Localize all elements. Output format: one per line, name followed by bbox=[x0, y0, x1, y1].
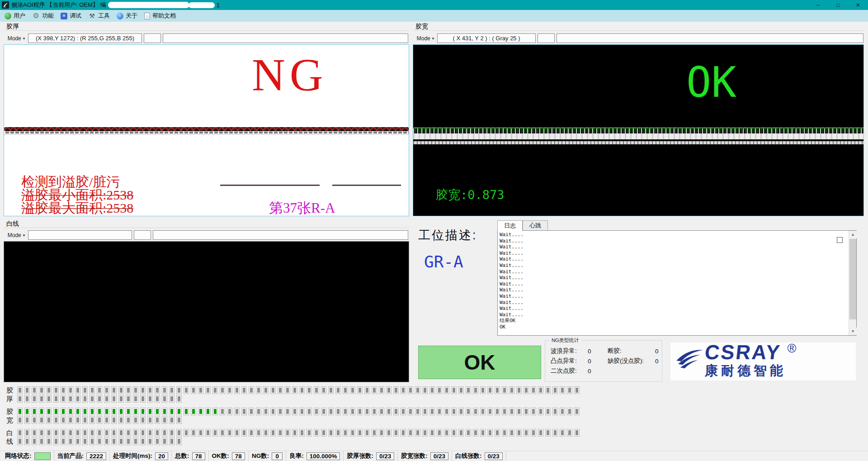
frame-indicator-cell bbox=[429, 386, 435, 394]
scroll-up-icon[interactable]: ▲ bbox=[849, 231, 857, 238]
aux-field-1[interactable] bbox=[144, 33, 161, 43]
image-view-glue-width[interactable]: OK 胶宽:0.873 bbox=[413, 44, 864, 216]
frame-indicator-cell bbox=[68, 395, 73, 403]
separator bbox=[4, 30, 409, 31]
frame-indicator-cell bbox=[429, 429, 435, 437]
close-button[interactable]: ✕ bbox=[848, 0, 868, 10]
frame-indicator-cell bbox=[372, 408, 377, 415]
minimize-button[interactable]: ─ bbox=[808, 0, 828, 10]
frame-indicator-cell bbox=[451, 386, 457, 394]
frame-indicator-cell bbox=[147, 408, 153, 415]
menu-item-func[interactable]: ⚙功能 bbox=[29, 11, 58, 21]
ng-stat-row: 凸点异常:0 bbox=[551, 356, 591, 366]
menu-item-help[interactable]: 帮助文档 bbox=[142, 11, 180, 21]
frame-indicator-cell bbox=[118, 429, 124, 437]
frame-indicator-area: 胶厚胶宽白线 bbox=[0, 386, 868, 450]
frame-indicator-cell bbox=[516, 386, 522, 394]
aux-field-2[interactable] bbox=[163, 33, 408, 43]
pixel-coords-glue-thickness[interactable]: (X 398,Y 1272) : (R 255,G 255,B 255) bbox=[28, 33, 142, 43]
mode-dropdown-white-line[interactable]: Mode▾ bbox=[6, 230, 27, 240]
wrench-icon: ⚒ bbox=[88, 12, 96, 19]
menu-item-label: 用户 bbox=[14, 12, 25, 20]
frame-indicator-cell bbox=[39, 386, 44, 394]
frame-indicator-cell bbox=[126, 429, 131, 437]
scroll-down-icon[interactable]: ▼ bbox=[849, 328, 857, 335]
frame-indicator-cell bbox=[458, 386, 464, 394]
menu-item-tools[interactable]: ⚒工具 bbox=[85, 11, 114, 21]
image-view-white-line[interactable] bbox=[4, 241, 409, 382]
frame-indicator-cell bbox=[140, 395, 146, 403]
ng-stat-value: 0 bbox=[655, 358, 659, 365]
frame-indicator-cell bbox=[386, 408, 392, 415]
log-output[interactable]: Wait.... Wait.... Wait.... Wait.... Wait… bbox=[497, 230, 857, 336]
defect-annotation-line3: 溢胶最大面积:2538 bbox=[21, 201, 133, 214]
frame-indicator-cell bbox=[524, 386, 529, 394]
frame-indicator-cell bbox=[437, 408, 442, 415]
frame-indicator-cell bbox=[176, 386, 182, 394]
status-item-label: 良率: bbox=[289, 452, 304, 460]
frame-indicator-cell bbox=[111, 416, 117, 424]
frame-indicator-cell bbox=[401, 386, 406, 394]
ng-stat-label: 断胶: bbox=[608, 347, 655, 355]
scrollbar-thumb[interactable] bbox=[849, 239, 856, 319]
log-checkbox[interactable] bbox=[837, 237, 843, 243]
menu-item-about[interactable]: 关于 bbox=[114, 11, 142, 21]
maximize-button[interactable]: □ bbox=[828, 0, 848, 10]
mode-dropdown-glue-width[interactable]: Mode▾ bbox=[415, 33, 436, 43]
mode-dropdown-glue-thickness[interactable]: Mode▾ bbox=[6, 33, 27, 43]
frame-indicator-cell bbox=[140, 429, 146, 437]
frame-indicator-cell bbox=[357, 408, 363, 415]
frame-indicator-cell bbox=[328, 386, 334, 394]
frame-indicator-cell bbox=[299, 429, 305, 437]
frame-indicator-cell bbox=[278, 386, 283, 394]
frame-indicator-cell bbox=[241, 408, 247, 415]
frame-indicator-cell bbox=[53, 395, 59, 403]
user-icon bbox=[5, 13, 11, 19]
station-description-value: GR-A bbox=[424, 252, 463, 271]
aux-field-5[interactable] bbox=[134, 230, 151, 240]
menu-item-user[interactable]: 用户 bbox=[2, 11, 29, 21]
tab-log[interactable]: 日志 bbox=[497, 220, 523, 231]
indicator-row-short bbox=[17, 437, 581, 445]
frame-indicator-cell bbox=[191, 408, 196, 415]
glue-width-scan-band bbox=[413, 126, 863, 146]
frame-indicator-cell bbox=[162, 395, 167, 403]
menu-item-label: 帮助文档 bbox=[152, 12, 176, 20]
ng-stat-row: 二次点胶:0 bbox=[551, 366, 591, 376]
frame-indicator-cell bbox=[278, 408, 283, 415]
frame-indicator-cell bbox=[234, 386, 240, 394]
frame-indicator-cell bbox=[307, 408, 312, 415]
pixel-coords-glue-width[interactable]: ( X 431, Y 2 ) : ( Gray 25 ) bbox=[437, 33, 536, 43]
aux-field-3[interactable] bbox=[538, 33, 555, 43]
frame-indicator-cell bbox=[46, 386, 52, 394]
image-view-glue-thickness[interactable]: NG 检测到溢胶/脏污 溢胶最小面积:2538 溢胶最大面积:2538 第37张… bbox=[4, 44, 409, 216]
pixel-coords-white-line[interactable] bbox=[28, 230, 132, 240]
frame-indicator-cell bbox=[285, 429, 290, 437]
frame-indicator-cell bbox=[270, 386, 276, 394]
frame-indicator-cell bbox=[198, 408, 203, 415]
frame-indicator-cell bbox=[249, 386, 254, 394]
result-ok-button[interactable]: OK bbox=[418, 346, 541, 379]
frame-indicator-cell bbox=[111, 395, 117, 403]
frame-indicator-cell bbox=[90, 429, 95, 437]
frame-indicator-cell bbox=[328, 429, 334, 437]
aux-field-6[interactable] bbox=[153, 230, 408, 240]
frame-indicator-cell bbox=[451, 408, 457, 415]
frame-indicator-cell bbox=[176, 429, 182, 437]
frame-indicator-cell bbox=[184, 429, 189, 437]
frame-indicator-cell bbox=[198, 386, 203, 394]
frame-indicator-cell bbox=[118, 395, 124, 403]
status-item-value: 78 bbox=[232, 452, 245, 460]
log-scrollbar[interactable]: ▲ ▼ bbox=[849, 231, 856, 335]
frame-indicator-cell bbox=[386, 429, 392, 437]
ng-stat-row: 波浪异常:0 bbox=[551, 346, 591, 356]
aux-field-4[interactable] bbox=[557, 33, 863, 43]
frame-indicator-cell bbox=[32, 408, 37, 415]
frame-indicator-cell bbox=[307, 386, 312, 394]
menu-item-debug[interactable]: ✕调试 bbox=[58, 11, 85, 21]
frame-indicator-cell bbox=[538, 429, 543, 437]
status-item-value: 0/23 bbox=[430, 452, 448, 460]
frame-indicator-cell bbox=[39, 395, 44, 403]
tab-heartbeat[interactable]: 心跳 bbox=[523, 220, 548, 231]
frame-indicator-cell bbox=[545, 386, 551, 394]
